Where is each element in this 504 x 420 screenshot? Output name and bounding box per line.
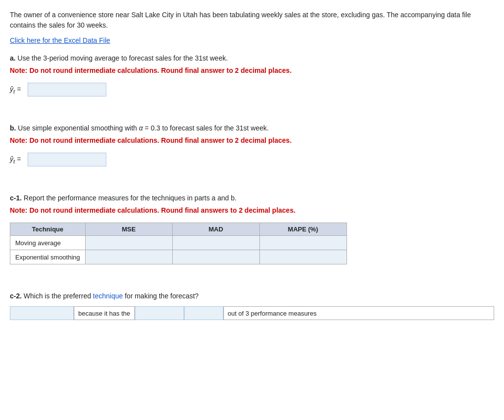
- part-c2-question-text: Which is the preferred technique for mak…: [24, 292, 199, 300]
- c2-measure-type-input[interactable]: [135, 306, 184, 320]
- excel-link[interactable]: Click here for the Excel Data File: [10, 36, 110, 44]
- part-a-answer-row: ŷt =: [10, 83, 494, 97]
- c2-count-input[interactable]: [184, 306, 223, 320]
- part-b-answer-row: ŷt =: [10, 153, 494, 166]
- part-b-input-label: ŷt =: [10, 155, 25, 164]
- mape-exponential-cell: [259, 250, 346, 264]
- mse-exponential-cell: [85, 250, 172, 264]
- part-c2-label: c-2.: [10, 292, 22, 300]
- col-technique: Technique: [10, 223, 86, 236]
- part-c1-section: c-1. Report the performance measures for…: [10, 193, 494, 264]
- c2-out-of-label: out of 3 performance measures: [223, 306, 494, 320]
- part-b-question: b. Use simple exponential smoothing with…: [10, 123, 494, 133]
- part-c1-note: Note: Do not round intermediate calculat…: [10, 205, 494, 216]
- part-c2-answer-row: because it has the out of 3 performance …: [10, 306, 494, 320]
- col-mse: MSE: [85, 223, 172, 236]
- part-b-question-text: Use simple exponential smoothing with α …: [18, 124, 269, 132]
- mad-exponential-input[interactable]: [173, 250, 259, 264]
- mse-moving-average-input[interactable]: [86, 236, 172, 250]
- part-b-section: b. Use simple exponential smoothing with…: [10, 123, 494, 166]
- c2-because-label: because it has the: [74, 306, 135, 320]
- col-mad: MAD: [172, 223, 259, 236]
- mape-moving-average-cell: [259, 236, 346, 250]
- part-c1-label: c-1.: [10, 194, 22, 202]
- col-mape: MAPE (%): [259, 223, 346, 236]
- part-c2-question: c-2. Which is the preferred technique fo…: [10, 291, 494, 301]
- part-a-note: Note: Do not round intermediate calculat…: [10, 65, 494, 76]
- mse-moving-average-cell: [85, 236, 172, 250]
- mad-exponential-cell: [172, 250, 259, 264]
- part-a-input[interactable]: [28, 83, 106, 97]
- technique-exponential-smoothing: Exponential smoothing: [10, 250, 86, 264]
- mse-exponential-input[interactable]: [86, 250, 172, 264]
- part-c1-question: c-1. Report the performance measures for…: [10, 193, 494, 203]
- part-c2-section: c-2. Which is the preferred technique fo…: [10, 291, 494, 320]
- c2-technique-input[interactable]: [10, 306, 74, 320]
- mape-exponential-input[interactable]: [260, 250, 346, 264]
- mad-moving-average-cell: [172, 236, 259, 250]
- part-a-question-text: Use the 3-period moving average to forec…: [18, 54, 228, 62]
- technique-moving-average: Moving average: [10, 236, 86, 250]
- table-row: Moving average: [10, 236, 347, 250]
- performance-table: Technique MSE MAD MAPE (%) Moving averag…: [10, 223, 347, 264]
- part-c1-question-text: Report the performance measures for the …: [24, 194, 237, 202]
- part-b-note: Note: Do not round intermediate calculat…: [10, 135, 494, 146]
- part-a-label: a.: [10, 54, 16, 62]
- table-row: Exponential smoothing: [10, 250, 347, 264]
- mape-moving-average-input[interactable]: [260, 236, 346, 250]
- mad-moving-average-input[interactable]: [173, 236, 259, 250]
- part-b-label: b.: [10, 124, 16, 132]
- intro-text: The owner of a convenience store near Sa…: [10, 10, 494, 31]
- part-a-input-label: ŷt =: [10, 85, 25, 95]
- part-a-section: a. Use the 3-period moving average to fo…: [10, 53, 494, 97]
- part-b-input[interactable]: [28, 153, 106, 166]
- part-a-question: a. Use the 3-period moving average to fo…: [10, 53, 494, 64]
